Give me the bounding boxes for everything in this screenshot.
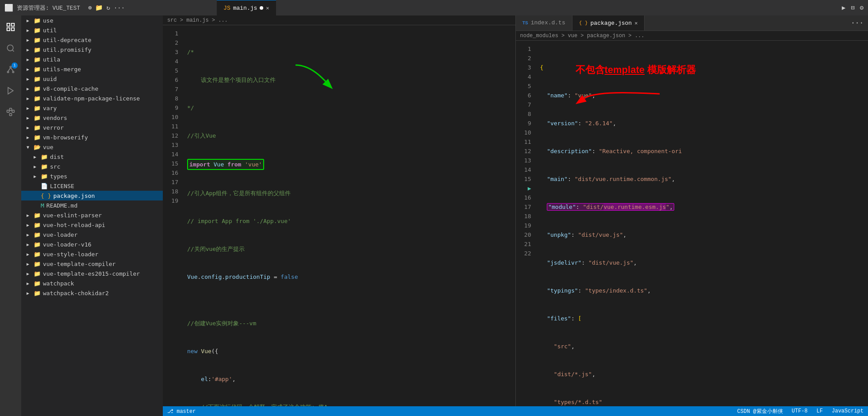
- sidebar: ▶ 📁 use ▶ 📁 util ▶ 📁 util-deprecate ▶ 📁: [21, 15, 163, 416]
- sidebar-items: ▶ 📁 use ▶ 📁 util ▶ 📁 util-deprecate ▶ 📁: [21, 15, 163, 298]
- rcode-line-11: "src",: [540, 342, 864, 351]
- activity-bar-source-control[interactable]: 1: [3, 62, 19, 77]
- tree-item-label: vendors: [43, 115, 67, 121]
- folder-icon: 📁: [34, 27, 41, 34]
- rcode-line-7: "unpkg": "dist/vue.js",: [540, 230, 864, 239]
- tree-item-label: util-deprecate: [43, 37, 92, 43]
- more-icon[interactable]: ···: [114, 4, 125, 12]
- folder-icon: 📁: [34, 76, 41, 82]
- tree-item-utils-merge[interactable]: ▶ 📁 utils-merge: [21, 64, 163, 74]
- tree-item-dist[interactable]: ▶ 📁 dist: [21, 152, 163, 162]
- code-text-left[interactable]: /* 该文件是整个项目的入口文件 */ //引入Vue import Vue f…: [183, 25, 515, 406]
- tree-item-vue-style-loader[interactable]: ▶ 📁 vue-style-loader: [21, 249, 163, 259]
- new-folder-icon[interactable]: 📁: [95, 4, 103, 12]
- split-editor-icon[interactable]: ⊟: [851, 4, 854, 12]
- tree-item-validate-npm[interactable]: ▶ 📁 validate-npm-package-license: [21, 93, 163, 103]
- tree-item-label: uuid: [43, 76, 57, 82]
- tree-item-vue-hot-reload-api[interactable]: ▶ 📁 vue-hot-reload-api: [21, 220, 163, 230]
- tree-item-types[interactable]: ▶ 📁 types: [21, 171, 163, 181]
- folder-icon: 📁: [34, 231, 41, 238]
- tree-item-vue[interactable]: ▼ 📂 vue: [21, 142, 163, 152]
- arrow-icon: ▶: [27, 47, 34, 52]
- svg-rect-2: [7, 28, 10, 31]
- status-right: CSDN @紫金小斛侠: [737, 408, 783, 415]
- right-tab-index[interactable]: TS index.d.ts: [516, 15, 572, 31]
- tree-item-use[interactable]: ▶ 📁 use: [21, 15, 163, 25]
- tree-item-watchpack-chokidar2[interactable]: ▶ 📁 watchpack-chokidar2: [21, 288, 163, 298]
- tree-item-label: util: [43, 27, 57, 34]
- folder-icon: 📁: [41, 163, 48, 170]
- right-tab-package[interactable]: { } package.json ✕: [572, 15, 645, 31]
- code-line-14: //下面这行代码一会解释，完成了这个功能: 将A: [187, 402, 511, 406]
- right-tab-close[interactable]: ✕: [634, 20, 638, 27]
- arrow-icon: ▶: [27, 271, 34, 276]
- arrow-icon: ▶: [27, 281, 34, 286]
- right-tab-index-label: index.d.ts: [531, 19, 565, 26]
- svg-rect-14: [10, 108, 12, 111]
- svg-marker-11: [8, 88, 13, 94]
- tree-item-license[interactable]: 📄 LICENSE: [21, 181, 163, 191]
- arrow-icon: ▶: [27, 213, 34, 218]
- tree-item-label: utils-merge: [43, 66, 81, 73]
- tree-item-vue-loader[interactable]: ▶ 📁 vue-loader: [21, 230, 163, 239]
- tree-item-readme[interactable]: M README.md: [21, 200, 163, 210]
- tab-close-icon[interactable]: ✕: [266, 5, 269, 12]
- right-breadcrumb-text: node_modules > vue > package.json > ...: [520, 33, 645, 39]
- tree-item-src[interactable]: ▶ 📁 src: [21, 162, 163, 171]
- arrow-icon: ▶: [27, 106, 34, 111]
- arrow-icon: ▶: [27, 262, 34, 266]
- main-tab-label: main.js: [233, 5, 257, 12]
- tree-item-verror[interactable]: ▶ 📁 verror: [21, 123, 163, 132]
- tree-item-label: package.json: [53, 193, 95, 199]
- rcode-line-2: "name": "vue",: [540, 91, 864, 100]
- new-file-icon[interactable]: ⊕: [88, 4, 92, 12]
- activity-bar-search[interactable]: [3, 40, 19, 56]
- activity-bar-files[interactable]: [3, 19, 19, 35]
- tree-item-vue-eslint-parser[interactable]: ▶ 📁 vue-eslint-parser: [21, 210, 163, 220]
- tree-item-vendors[interactable]: ▶ 📁 vendors: [21, 113, 163, 123]
- arrow-open-icon: ▼: [27, 145, 34, 150]
- tree-item-label: vue: [43, 144, 53, 150]
- arrow-icon: ▶: [27, 242, 34, 247]
- rcode-line-9: "typings": "types/index.d.ts",: [540, 286, 864, 295]
- tree-item-vue-template-es2015[interactable]: ▶ 📁 vue-template-es2015-compiler: [21, 269, 163, 278]
- tree-item-util-promisify[interactable]: ▶ 📁 util.promisify: [21, 45, 163, 54]
- activity-bar-logo: ⬜: [4, 4, 13, 12]
- tree-item-label: util.promisify: [43, 46, 92, 53]
- tree-item-vm-browserify[interactable]: ▶ 📁 vm-browserify: [21, 132, 163, 142]
- tree-item-vue-loader-v16[interactable]: ▶ 📁 vue-loader-v16: [21, 239, 163, 249]
- activity-bar-extensions[interactable]: [3, 104, 19, 120]
- right-tab-more[interactable]: ···: [846, 15, 868, 31]
- right-code-content[interactable]: 1 2 3 4 5 6 7 8 9 10 11 12 13: [516, 41, 868, 406]
- tree-item-uuid[interactable]: ▶ 📁 uuid: [21, 74, 163, 84]
- code-line-9: Vue.config.productionTip = false: [187, 272, 511, 281]
- tree-item-utila[interactable]: ▶ 📁 utila: [21, 54, 163, 64]
- arrow-icon: ▶: [27, 125, 34, 130]
- file-icon-md: M: [41, 202, 44, 209]
- tree-item-package-json[interactable]: { } package.json: [21, 191, 163, 200]
- svg-point-7: [8, 71, 9, 73]
- source-control-badge: 1: [12, 62, 18, 69]
- tree-item-util[interactable]: ▶ 📁 util: [21, 25, 163, 35]
- code-line-8: //关闭vue的生产提示: [187, 244, 511, 254]
- settings-icon[interactable]: ⚙: [860, 4, 864, 12]
- run-icon[interactable]: ▶: [842, 4, 845, 12]
- tree-item-v8-compile-cache[interactable]: ▶ 📁 v8-compile-cache: [21, 84, 163, 93]
- tree-item-label: utila: [43, 56, 60, 63]
- arrow-icon: ▶: [27, 18, 34, 23]
- arrow-icon: ▶: [27, 252, 34, 257]
- explorer-label: 资源管理器: VUE_TEST: [17, 4, 80, 12]
- right-breadcrumb: node_modules > vue > package.json > ...: [516, 31, 868, 41]
- tree-item-vary[interactable]: ▶ 📁 vary: [21, 103, 163, 113]
- tree-item-vue-template-compiler[interactable]: ▶ 📁 vue-template-compiler: [21, 259, 163, 269]
- svg-point-8: [12, 71, 14, 73]
- js-file-icon: JS: [223, 5, 230, 12]
- activity-bar-debug[interactable]: [3, 83, 19, 99]
- code-line-7: // import App from './App.vue': [187, 216, 511, 226]
- main-tab[interactable]: JS main.js ✕: [217, 0, 276, 15]
- code-text-right[interactable]: { "name": "vue", "version": "2.6.14", "d…: [536, 41, 868, 406]
- tree-item-util-deprecate[interactable]: ▶ 📁 util-deprecate: [21, 35, 163, 45]
- tree-item-watchpack[interactable]: ▶ 📁 watchpack: [21, 278, 163, 288]
- refresh-icon[interactable]: ↻: [106, 4, 110, 12]
- left-code-content[interactable]: 1 2 3 4 5 6 7 8 9 10 11 12 13: [163, 25, 515, 406]
